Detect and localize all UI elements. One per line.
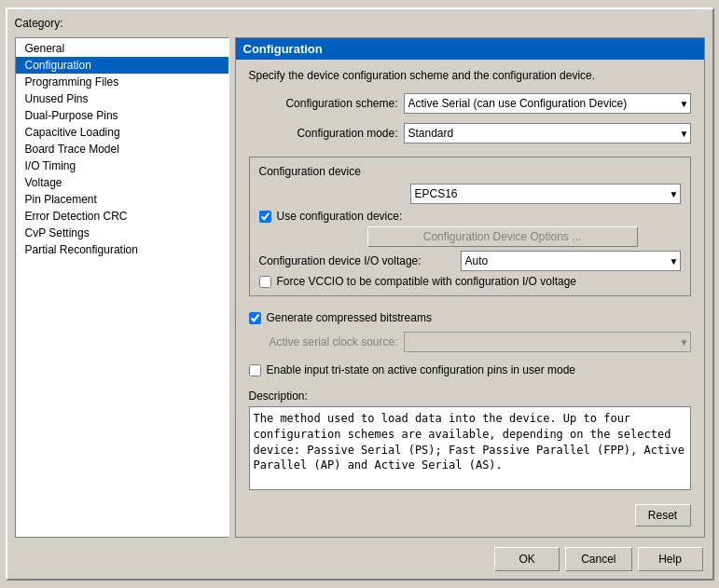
config-mode-select[interactable]: StandardFast (404, 123, 691, 144)
description-section: Description: (249, 390, 691, 493)
use-config-device-checkbox[interactable] (259, 211, 271, 223)
cancel-button[interactable]: Cancel (565, 547, 631, 571)
enable-tristate-label: Enable input tri-state on active configu… (267, 363, 576, 376)
category-item-capacitive-loading[interactable]: Capacitive Loading (16, 124, 228, 141)
enable-tristate-checkbox[interactable] (249, 364, 261, 376)
use-config-device-label: Use configuration device: (277, 210, 403, 223)
generate-compressed-checkbox[interactable] (249, 312, 261, 324)
io-voltage-row: Configuration device I/O voltage: Auto1.… (259, 251, 681, 271)
category-item-unused-pins[interactable]: Unused Pins (16, 90, 228, 107)
category-item-dual-purpose-pins[interactable]: Dual-Purpose Pins (16, 107, 228, 124)
config-mode-row: Configuration mode: StandardFast ▼ (249, 123, 691, 144)
io-voltage-select[interactable]: Auto1.8V2.5V3.0V3.3V (461, 251, 681, 271)
force-vccio-checkbox[interactable] (259, 276, 271, 288)
active-serial-row: Active serial clock source: ▼ (249, 332, 691, 352)
config-scheme-dropdown-container: Active Serial (can use Configuration Dev… (404, 93, 691, 114)
config-scheme-label: Configuration scheme: (249, 97, 398, 110)
bottom-bar: OK Cancel Help (15, 543, 705, 571)
right-panel: Configuration Specify the device configu… (235, 37, 705, 538)
right-content: Specify the device configuration scheme … (236, 60, 704, 537)
main-area: GeneralConfigurationProgramming FilesUnu… (15, 37, 705, 538)
description-label: Description: (249, 390, 691, 403)
force-vccio-label: Force VCCIO to be compatible with config… (277, 275, 577, 288)
category-item-voltage[interactable]: Voltage (16, 174, 228, 191)
ok-button[interactable]: OK (494, 547, 560, 571)
category-item-error-detection-crc[interactable]: Error Detection CRC (16, 208, 228, 225)
io-voltage-label: Configuration device I/O voltage: (259, 254, 455, 267)
config-scheme-row: Configuration scheme: Active Serial (can… (249, 93, 691, 114)
main-dialog: Category: GeneralConfigurationProgrammin… (6, 7, 714, 581)
intro-text: Specify the device configuration scheme … (249, 69, 691, 82)
category-item-programming-files[interactable]: Programming Files (16, 74, 228, 90)
config-options-btn-row: Configuration Device Options ... (259, 226, 681, 247)
config-mode-dropdown-container: StandardFast ▼ (404, 123, 691, 144)
generate-compressed-label: Generate compressed bitstreams (267, 311, 432, 324)
config-device-section: Configuration device EPCS16EPCS4EPCS64EP… (249, 157, 691, 296)
active-serial-select[interactable] (404, 332, 691, 352)
help-button[interactable]: Help (638, 547, 703, 571)
active-serial-label: Active serial clock source: (249, 335, 398, 349)
reset-button[interactable]: Reset (635, 504, 691, 526)
device-dropdown-wrap: EPCS16EPCS4EPCS64EPCS128 ▼ (410, 184, 681, 204)
category-item-general[interactable]: General (16, 40, 228, 57)
config-device-options-button[interactable]: Configuration Device Options ... (367, 226, 638, 247)
config-mode-label: Configuration mode: (249, 127, 398, 140)
config-device-section-title: Configuration device (259, 165, 681, 178)
category-item-pin-placement[interactable]: Pin Placement (16, 191, 228, 208)
config-device-select[interactable]: EPCS16EPCS4EPCS64EPCS128 (410, 184, 681, 204)
enable-tristate-row: Enable input tri-state on active configu… (249, 363, 691, 376)
generate-compressed-row: Generate compressed bitstreams (249, 311, 691, 324)
category-item-board-trace-model[interactable]: Board Trace Model (16, 141, 228, 157)
use-config-device-row: Use configuration device: (259, 210, 681, 223)
category-item-i/o-timing[interactable]: I/O Timing (16, 157, 228, 174)
category-item-configuration[interactable]: Configuration (16, 57, 228, 74)
force-vccio-row: Force VCCIO to be compatible with config… (259, 275, 681, 288)
description-textarea[interactable] (249, 406, 691, 490)
category-item-cvp-settings[interactable]: CvP Settings (16, 225, 228, 241)
right-header: Configuration (236, 38, 704, 60)
reset-row: Reset (249, 504, 691, 526)
left-panel: GeneralConfigurationProgramming FilesUnu… (15, 37, 229, 538)
active-serial-dropdown-container: ▼ (404, 332, 691, 352)
device-row: EPCS16EPCS4EPCS64EPCS128 ▼ (259, 184, 681, 204)
category-item-partial-reconfiguration[interactable]: Partial Reconfiguration (16, 241, 228, 258)
config-scheme-select[interactable]: Active Serial (can use Configuration Dev… (404, 93, 691, 114)
category-label: Category: (15, 17, 705, 30)
io-voltage-dropdown-wrap: Auto1.8V2.5V3.0V3.3V ▼ (461, 251, 681, 271)
